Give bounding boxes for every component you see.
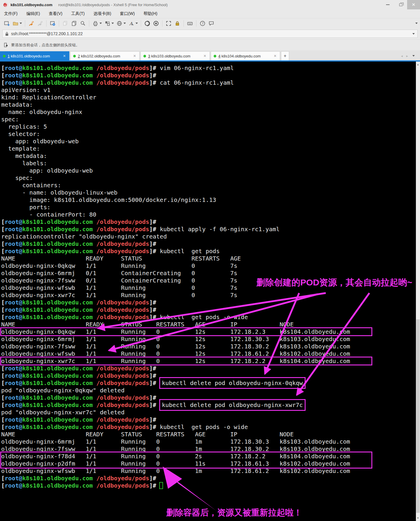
tab-k8s102[interactable]: 2 k8s102.oldboyedu.com✕ bbox=[70, 51, 140, 60]
terminal-line: app: oldboyedu-web bbox=[1, 167, 416, 174]
terminal-line: spec: bbox=[1, 116, 416, 123]
find-icon[interactable] bbox=[79, 20, 87, 27]
terminal-line: [root@k8s101.oldboyedu.com /oldboyedu/po… bbox=[1, 306, 416, 314]
terminal-line: [root@k8s101.oldboyedu.com /oldboyedu/po… bbox=[1, 482, 416, 489]
help-icon[interactable]: ? bbox=[198, 20, 207, 27]
terminal-line: oldboyedu-nginx-0qkqw 1/1 Running 0 7s bbox=[1, 262, 416, 270]
duplicate-icon bbox=[61, 20, 69, 27]
terminal-line: NAME READY STATUS RESTARTS AGE IP NODE bbox=[1, 431, 416, 438]
toolbar-separator bbox=[162, 20, 162, 27]
toolbar-separator bbox=[89, 20, 89, 27]
keyboard-icon[interactable] bbox=[186, 20, 194, 27]
xshell-logo-icon bbox=[3, 2, 8, 7]
lock-icon[interactable] bbox=[173, 20, 181, 27]
terminal-line: pod "oldboyedu-nginx-xwr7c" deleted bbox=[1, 409, 416, 416]
terminal-line: selector: bbox=[1, 130, 416, 138]
terminal-line: [root@k8s101.oldboyedu.com /oldboyedu/po… bbox=[1, 416, 416, 423]
terminal-line: oldboyedu-nginx-6mrmj 1/1 Running 0 1m 1… bbox=[1, 438, 416, 445]
terminal-line: metadata: bbox=[1, 152, 416, 160]
terminal-line: - name: oldboyedu-linux-web bbox=[1, 189, 416, 196]
xftp-icon[interactable] bbox=[152, 20, 160, 27]
tab-close-icon[interactable]: ✕ bbox=[273, 54, 277, 58]
terminal-line: [root@k8s101.oldboyedu.com /oldboyedu/po… bbox=[1, 314, 416, 321]
terminal-line: [root@k8s101.oldboyedu.com /oldboyedu/po… bbox=[1, 372, 416, 379]
paste-icon[interactable] bbox=[70, 20, 78, 27]
tab-k8s101[interactable]: 1 k8s101.oldboyedu.com✕ bbox=[0, 51, 69, 60]
terminal-line: NAME READY STATUS RESTARTS AGE bbox=[1, 255, 416, 262]
menu-item[interactable]: 选项卡(B) bbox=[93, 11, 111, 16]
tabs-scroll-left-icon[interactable]: ◂ bbox=[401, 54, 403, 58]
restore-icon bbox=[399, 4, 402, 6]
close-button[interactable]: ✕ bbox=[407, 0, 420, 9]
font-icon[interactable]: A bbox=[127, 20, 139, 27]
menu-item[interactable]: 文件(F) bbox=[4, 11, 18, 16]
toolbar: A? bbox=[0, 18, 420, 28]
tab-label: 3 k8s103.oldboyedu.com bbox=[148, 54, 201, 58]
titlebar: k8s101.oldboyedu.com root@k8s101:/oldboy… bbox=[0, 0, 420, 9]
terminal-line: pod "oldboyedu-nginx-0qkqw" deleted bbox=[1, 387, 416, 394]
chat-icon[interactable] bbox=[207, 20, 215, 27]
highlighted-command: kubectl delete pod oldboyedu-nginx-xwr7c bbox=[160, 401, 305, 408]
address-dropdown-icon[interactable] bbox=[412, 33, 415, 35]
toolbar-separator bbox=[59, 20, 59, 27]
scrollbar-thumb[interactable] bbox=[416, 319, 420, 513]
toolbar-overflow-icon[interactable] bbox=[415, 23, 418, 24]
tab-k8s103[interactable]: 3 k8s103.oldboyedu.com✕ bbox=[140, 51, 210, 60]
encoding-icon[interactable] bbox=[115, 20, 127, 27]
terminal-cursor bbox=[159, 482, 163, 489]
terminal-line: [root@k8s101.oldboyedu.com /oldboyedu/po… bbox=[1, 423, 416, 431]
scroll-up-icon[interactable]: ▲ bbox=[416, 62, 420, 67]
address-bar: ssh://root:***********@172.200.1.101:22 bbox=[0, 28, 420, 39]
window-title-session: k8s101.oldboyedu.com bbox=[11, 3, 52, 7]
xagent-icon[interactable] bbox=[143, 20, 151, 27]
session-hint-bar: 要添加当前会话，点击左侧的箭头按钮。 bbox=[0, 39, 420, 50]
terminal-line: oldboyedu-nginx-6mrmj 1/1 Running 0 12s … bbox=[1, 336, 416, 343]
color-scheme-icon[interactable] bbox=[103, 20, 115, 27]
tab-close-icon[interactable]: ✕ bbox=[203, 54, 207, 58]
tab-close-icon[interactable]: ✕ bbox=[62, 54, 66, 58]
tab-close-icon[interactable]: ✕ bbox=[133, 54, 137, 58]
terminal-scrollbar[interactable]: ▲ ▼ bbox=[416, 62, 420, 521]
minimize-button[interactable] bbox=[381, 0, 394, 9]
tabs-list-dropdown-icon[interactable] bbox=[412, 55, 415, 57]
new-tab-button[interactable]: + bbox=[281, 51, 289, 60]
terminal-line: oldboyedu-nginx-wfswb 1/1 Running 0 1m 1… bbox=[1, 467, 416, 475]
terminal-line: [root@k8s101.oldboyedu.com /oldboyedu/po… bbox=[1, 394, 416, 401]
session-properties-icon[interactable] bbox=[49, 20, 57, 27]
toolbar-separator bbox=[196, 20, 196, 27]
restore-button[interactable] bbox=[394, 0, 407, 9]
terminal-line: oldboyedu-nginx-wfswb 1/1 Running 0 12s … bbox=[1, 350, 416, 357]
command-text: kubectl apply -f 06-nginx-rc1.yaml bbox=[160, 226, 280, 233]
lock-icon bbox=[5, 32, 8, 36]
terminal-area[interactable]: [root@k8s101.oldboyedu.com /oldboyedu/po… bbox=[0, 62, 416, 521]
menu-item[interactable]: 窗口(W) bbox=[120, 11, 135, 16]
open-session-icon[interactable] bbox=[11, 20, 23, 27]
print-icon[interactable] bbox=[91, 20, 103, 27]
address-field[interactable]: ssh://root:***********@172.200.1.101:22 bbox=[2, 30, 418, 38]
terminal-line: [root@k8s101.oldboyedu.com /oldboyedu/po… bbox=[1, 248, 416, 255]
terminal-line: [root@k8s101.oldboyedu.com /oldboyedu/po… bbox=[1, 401, 416, 409]
connect-icon[interactable] bbox=[27, 20, 35, 27]
menu-item[interactable]: 帮助(H) bbox=[143, 11, 157, 16]
close-icon: ✕ bbox=[412, 2, 416, 7]
terminal-line: oldboyedu-nginx-wfswb 1/1 Running 0 7s bbox=[1, 284, 416, 292]
tabs-scroll-right-icon[interactable]: ▸ bbox=[406, 54, 408, 58]
toolbar-separator bbox=[46, 20, 47, 27]
tab-k8s104[interactable]: 4 k8s104.oldboyedu.com✕ bbox=[211, 51, 280, 60]
disconnect-icon bbox=[36, 20, 44, 27]
menu-item[interactable]: 查看(V) bbox=[49, 11, 63, 16]
terminal-line: [root@k8s101.oldboyedu.com /oldboyedu/po… bbox=[1, 218, 416, 226]
terminal-line: labels: bbox=[1, 160, 416, 167]
menu-item[interactable]: 编辑(E) bbox=[26, 11, 40, 16]
scroll-down-icon[interactable]: ▼ bbox=[416, 516, 420, 520]
menu-item[interactable]: 工具(T) bbox=[71, 11, 85, 16]
tab-label: 4 k8s104.oldboyedu.com bbox=[218, 54, 271, 58]
connected-dot-icon bbox=[143, 55, 146, 57]
new-session-icon[interactable] bbox=[3, 20, 11, 27]
command-text: kubectl get pods bbox=[160, 248, 220, 255]
fullscreen-icon[interactable] bbox=[164, 20, 173, 27]
terminal-line: oldboyedu-nginx-xwr7c 1/1 Running 0 12s … bbox=[1, 357, 416, 365]
terminal-line: template: bbox=[1, 145, 416, 152]
terminal-line: [root@k8s101.oldboyedu.com /oldboyedu/po… bbox=[1, 240, 416, 248]
connected-dot-icon bbox=[3, 55, 6, 57]
